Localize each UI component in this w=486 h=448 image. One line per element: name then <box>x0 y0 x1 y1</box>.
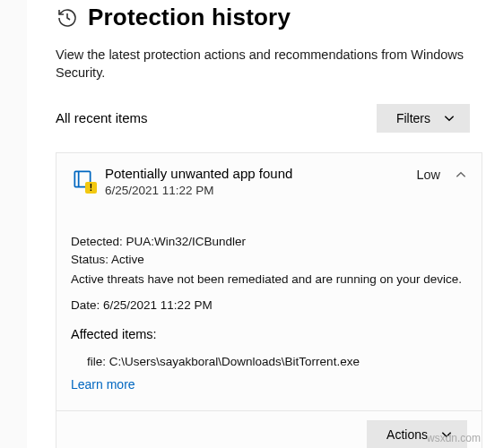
status-value: Active <box>111 253 144 266</box>
date-label: Date: <box>71 298 100 312</box>
threat-title: Potentially unwanted app found <box>105 166 405 182</box>
watermark: wsxdn.com <box>427 432 481 444</box>
threat-timestamp: 6/25/2021 11:22 PM <box>105 184 405 197</box>
chevron-down-icon <box>443 112 456 125</box>
recent-row: All recent items Filters <box>56 104 486 133</box>
threat-severity: Low <box>416 168 440 182</box>
date-value: 6/25/2021 11:22 PM <box>103 298 213 312</box>
page-subtitle: View the latest protection actions and r… <box>56 46 486 82</box>
page-title: Protection history <box>88 4 291 31</box>
chevron-up-icon <box>455 168 467 181</box>
history-icon <box>56 6 79 30</box>
filters-button-label: Filters <box>396 111 430 125</box>
threat-card-header[interactable]: ! Potentially unwanted app found 6/25/20… <box>71 166 467 197</box>
file-path: C:\Users\sayakboral\Downloads\BitTorrent… <box>109 355 360 368</box>
status-label: Status: <box>71 253 108 266</box>
threat-details: Detected: PUA:Win32/ICBundler Status: Ac… <box>71 233 467 410</box>
learn-more-link[interactable]: Learn more <box>71 375 135 393</box>
detected-label: Detected: <box>71 235 123 248</box>
page-header: Protection history View the latest prote… <box>56 0 486 82</box>
protection-history-page: Protection history View the latest prote… <box>0 0 486 448</box>
affected-items-label: Affected items: <box>71 325 467 344</box>
file-label: file: <box>87 355 106 368</box>
remediation-text: Active threats have not been remediated … <box>71 271 467 289</box>
threat-card-footer: Actions <box>56 410 482 448</box>
actions-button-label: Actions <box>386 427 428 442</box>
left-rail <box>0 0 27 448</box>
threat-card: ! Potentially unwanted app found 6/25/20… <box>56 152 482 448</box>
warning-badge-icon: ! <box>85 182 97 194</box>
recent-items-label: All recent items <box>56 110 148 125</box>
filters-button[interactable]: Filters <box>377 104 470 133</box>
shield-icon: ! <box>71 168 94 191</box>
detected-value: PUA:Win32/ICBundler <box>126 235 247 248</box>
